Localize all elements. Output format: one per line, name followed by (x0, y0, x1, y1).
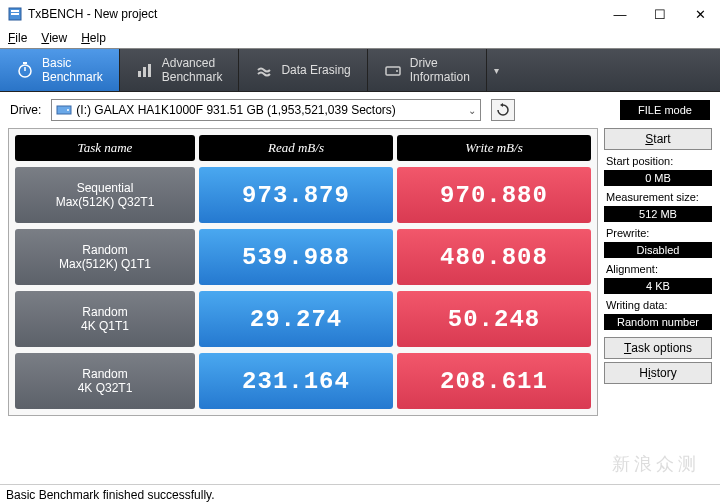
erase-icon (255, 61, 273, 79)
tab-basic-benchmark[interactable]: BasicBenchmark (0, 49, 120, 91)
drive-select[interactable]: (I:) GALAX HA1K1000F 931.51 GB (1,953,52… (51, 99, 481, 121)
start-button[interactable]: Start (604, 128, 712, 150)
menu-help[interactable]: Help (81, 31, 106, 45)
task-name: RandomMax(512K) Q1T1 (15, 229, 195, 285)
header-read: Read mB/s (199, 135, 393, 161)
write-value: 970.880 (397, 167, 591, 223)
svg-rect-6 (138, 71, 141, 77)
svg-rect-8 (148, 64, 151, 77)
task-name: Random4K Q1T1 (15, 291, 195, 347)
svg-rect-7 (143, 67, 146, 77)
svg-rect-2 (11, 13, 19, 15)
read-value: 973.879 (199, 167, 393, 223)
bar-chart-icon (136, 61, 154, 79)
task-name: Random4K Q32T1 (15, 353, 195, 409)
read-value: 231.164 (199, 353, 393, 409)
stopwatch-icon (16, 61, 34, 79)
title-bar: TxBENCH - New project — ☐ ✕ (0, 0, 720, 28)
tab-label: Data Erasing (281, 63, 350, 77)
result-row: RandomMax(512K) Q1T1 539.988 480.808 (15, 229, 591, 285)
writing-data-label: Writing data: (604, 299, 712, 311)
drive-info-icon (384, 61, 402, 79)
alignment-value[interactable]: 4 KB (604, 278, 712, 294)
status-text: Basic Benchmark finished successfully. (6, 488, 215, 502)
task-options-button[interactable]: Task options (604, 337, 712, 359)
hdd-icon (56, 103, 72, 117)
alignment-label: Alignment: (604, 263, 712, 275)
drive-selected-text: (I:) GALAX HA1K1000F 931.51 GB (1,953,52… (76, 103, 396, 117)
start-position-label: Start position: (604, 155, 712, 167)
menu-file[interactable]: File (8, 31, 27, 45)
write-value: 480.808 (397, 229, 591, 285)
tab-advanced-benchmark[interactable]: AdvancedBenchmark (120, 49, 240, 91)
tab-label: AdvancedBenchmark (162, 56, 223, 84)
history-button[interactable]: History (604, 362, 712, 384)
tab-drive-information[interactable]: DriveInformation (368, 49, 487, 91)
measurement-size-label: Measurement size: (604, 191, 712, 203)
refresh-icon (496, 103, 510, 117)
app-icon (8, 7, 22, 21)
writing-data-value[interactable]: Random number (604, 314, 712, 330)
result-row: Random4K Q1T1 29.274 50.248 (15, 291, 591, 347)
side-panel: Start Start position: 0 MB Measurement s… (604, 128, 712, 416)
svg-rect-1 (11, 10, 19, 12)
prewrite-label: Prewrite: (604, 227, 712, 239)
tab-overflow-icon[interactable]: ▾ (487, 49, 507, 91)
close-button[interactable]: ✕ (680, 0, 720, 28)
read-value: 539.988 (199, 229, 393, 285)
minimize-button[interactable]: — (600, 0, 640, 28)
measurement-size-value[interactable]: 512 MB (604, 206, 712, 222)
menu-bar: File View Help (0, 28, 720, 48)
svg-point-10 (396, 70, 398, 72)
result-row: SequentialMax(512K) Q32T1 973.879 970.88… (15, 167, 591, 223)
window-controls: — ☐ ✕ (600, 0, 720, 28)
svg-point-12 (67, 109, 69, 111)
header-write: Write mB/s (397, 135, 591, 161)
start-position-value[interactable]: 0 MB (604, 170, 712, 186)
file-mode-button[interactable]: FILE mode (620, 100, 710, 120)
result-row: Random4K Q32T1 231.164 208.611 (15, 353, 591, 409)
window-title: TxBENCH - New project (28, 7, 157, 21)
drive-toolbar: Drive: (I:) GALAX HA1K1000F 931.51 GB (1… (0, 92, 720, 128)
chevron-down-icon: ⌄ (468, 105, 476, 116)
drive-label: Drive: (10, 103, 41, 117)
results-header: Task name Read mB/s Write mB/s (15, 135, 591, 161)
menu-view[interactable]: View (41, 31, 67, 45)
write-value: 50.248 (397, 291, 591, 347)
tab-label: BasicBenchmark (42, 56, 103, 84)
tab-data-erasing[interactable]: Data Erasing (239, 49, 367, 91)
refresh-button[interactable] (491, 99, 515, 121)
svg-rect-5 (23, 62, 27, 64)
maximize-button[interactable]: ☐ (640, 0, 680, 28)
tab-label: DriveInformation (410, 56, 470, 84)
read-value: 29.274 (199, 291, 393, 347)
prewrite-value[interactable]: Disabled (604, 242, 712, 258)
watermark: 新浪众测 (612, 452, 700, 476)
status-bar: Basic Benchmark finished successfully. (0, 484, 720, 504)
tab-bar: BasicBenchmark AdvancedBenchmark Data Er… (0, 48, 720, 92)
task-name: SequentialMax(512K) Q32T1 (15, 167, 195, 223)
header-task: Task name (15, 135, 195, 161)
results-panel: Task name Read mB/s Write mB/s Sequentia… (8, 128, 598, 416)
write-value: 208.611 (397, 353, 591, 409)
main-area: Task name Read mB/s Write mB/s Sequentia… (0, 128, 720, 416)
